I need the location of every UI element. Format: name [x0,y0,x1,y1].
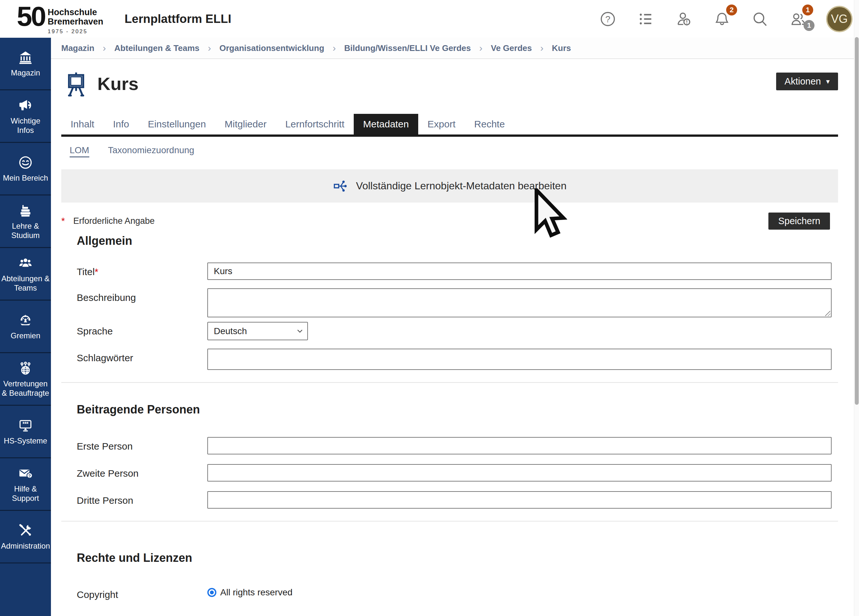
breadcrumb-item-ve-gerdes[interactable]: Ve Gerdes [491,43,532,53]
sidebar-item-hilfe-support[interactable]: ? Hilfe & Support [0,458,51,511]
save-row: * Erforderliche Angabe Speichern [61,212,838,230]
app-header: 50 Hochschule Bremerhaven 1975 - 2025 Le… [0,0,859,38]
svg-text:***: *** [23,421,29,427]
form-row-beschreibung: Beschreibung [77,288,832,319]
svg-text:?: ? [605,14,611,24]
list-icon [637,10,654,28]
sprache-label: Sprache [77,322,207,340]
main-sidebar: Magazin Wichtige Infos Mein Bereich [0,38,51,616]
schlagwoerter-input[interactable] [207,349,832,370]
committee-icon [18,313,33,328]
titel-label-text: Titel [77,266,95,277]
actions-button[interactable]: Aktionen ▾ [776,73,838,90]
form-row-copyright: Copyright All rights reserved [77,585,832,600]
copyright-option-label: All rights reserved [220,587,292,597]
breadcrumb-item-abteilungen-teams[interactable]: Abteilungen & Teams [114,43,200,53]
chevron-separator-icon: › [333,42,336,53]
tab-rechte[interactable]: Rechte [465,114,514,134]
sidebar-item-label: Lehre & Studium [1,221,50,240]
logo-name-line2: Bremerhaven [48,17,103,27]
main-area: Magazin › Abteilungen & Teams › Organisa… [51,38,854,616]
list-view-button[interactable] [636,9,656,29]
avatar[interactable]: VG [826,6,853,32]
form-row-schlagwoerter: Schlagwörter [77,349,832,370]
scrollbar-thumb[interactable] [855,37,859,405]
beschreibung-textarea[interactable] [207,288,832,317]
vertical-scrollbar[interactable] [854,0,859,616]
sidebar-item-label: Wichtige Infos [1,116,50,135]
megaphone-icon [18,98,33,113]
required-marker: * [95,267,98,277]
hochschule-bremerhaven-logo[interactable]: 50 Hochschule Bremerhaven 1975 - 2025 [17,3,103,35]
screen: 50 Hochschule Bremerhaven 1975 - 2025 Le… [0,0,859,616]
tab-inhalt[interactable]: Inhalt [61,114,103,134]
banner-label: Vollständige Lernobjekt-Metadaten bearbe… [356,180,567,192]
save-button[interactable]: Speichern [768,213,830,230]
help-icon: ? [599,10,617,28]
zweite-person-input[interactable] [207,464,832,482]
zweite-person-label: Zweite Person [77,464,207,482]
header-icon-group: ? ! [598,6,853,32]
sidebar-item-administration[interactable]: Administration [0,511,51,563]
logo-text: Hochschule Bremerhaven 1975 - 2025 [48,8,103,35]
help-button[interactable]: ? [598,9,618,29]
sidebar-item-vertretungen-beauftragte[interactable]: Vertretungen & Beauftragte [0,353,51,406]
sidebar-item-hs-systeme[interactable]: *** HS-Systeme [0,406,51,458]
breadcrumb-item-organisationsentwicklung[interactable]: Organisationsentwicklung [219,43,324,53]
erste-person-input[interactable] [207,437,832,454]
user-status-button[interactable]: ! [674,9,694,29]
course-easel-icon [64,70,88,98]
form-row-titel: Titel* [77,263,832,280]
required-marker: * [61,216,65,227]
erste-person-label: Erste Person [77,437,207,454]
breadcrumb-item-kurs[interactable]: Kurs [552,43,571,53]
required-note: Erforderliche Angabe [73,216,155,226]
form-row-dritte-person: Dritte Person [77,491,832,509]
sidebar-item-label: Mein Bereich [3,173,48,183]
sidebar-item-lehre-studium[interactable]: Lehre & Studium [0,195,51,248]
dritte-person-label: Dritte Person [77,491,207,509]
sidebar-item-label: Abteilungen & Teams [1,274,50,292]
tab-export[interactable]: Export [418,114,465,134]
copyright-label: Copyright [77,585,207,600]
page-content: Kurs Aktionen ▾ Inhalt Info Einstellunge… [51,70,854,600]
breadcrumb-item-magazin[interactable]: Magazin [61,43,94,53]
tab-lernfortschritt[interactable]: Lernfortschritt [276,114,354,134]
sprache-select[interactable]: Deutsch [207,322,308,340]
titel-input[interactable] [207,263,832,280]
sidebar-item-mein-bereich[interactable]: Mein Bereich [0,143,51,195]
edit-full-metadata-banner[interactable]: Vollständige Lernobjekt-Metadaten bearbe… [61,169,838,203]
contacts-total-badge: 1 [804,20,815,31]
sidebar-item-label: Hilfe & Support [1,484,50,503]
app-title: Lernplattform ELLI [125,12,231,26]
sidebar-item-magazin[interactable]: Magazin [0,38,51,90]
tab-mitglieder[interactable]: Mitglieder [216,114,276,134]
logo-name-line1: Hochschule [48,8,103,17]
dritte-person-input[interactable] [207,491,832,509]
sidebar-item-abteilungen-teams[interactable]: Abteilungen & Teams [0,248,51,300]
subtab-lom[interactable]: LOM [70,145,89,157]
notifications-button[interactable]: 2 [712,9,732,29]
mail-question-icon: ? [18,466,33,481]
svg-text:!: ! [686,19,688,25]
chevron-separator-icon: › [208,42,211,53]
svg-text:?: ? [28,474,31,478]
sidebar-item-gremien[interactable]: Gremien [0,300,51,353]
subtab-taxonomiezuordnung[interactable]: Taxonomiezuordnung [108,145,194,157]
sidebar-item-label: Gremien [11,331,40,340]
search-button[interactable] [750,9,770,29]
search-icon [751,10,769,28]
people-group-icon [18,255,33,271]
breadcrumb-item-bildung-wissen[interactable]: Bildung/Wissen/ELLI Ve Gerdes [344,43,471,53]
subtab-bar: LOM Taxonomiezuordnung [61,145,838,157]
copyright-radio[interactable] [207,588,216,597]
tab-info[interactable]: Info [103,114,138,134]
form-row-zweite-person: Zweite Person [77,464,832,482]
tab-metadaten[interactable]: Metadaten [354,114,418,134]
sidebar-item-label: HS-Systeme [4,436,47,446]
chevron-separator-icon: › [540,42,544,53]
sidebar-item-wichtige-infos[interactable]: Wichtige Infos [0,90,51,143]
tab-einstellungen[interactable]: Einstellungen [138,114,215,134]
contacts-button[interactable]: 1 1 [788,9,808,29]
logo-anniversary: 50 [17,3,45,29]
